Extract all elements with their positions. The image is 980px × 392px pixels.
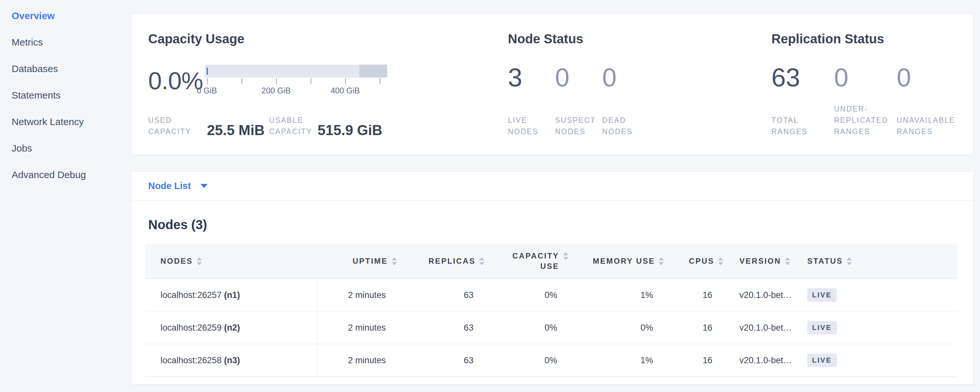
- cluster-summary-card: Capacity Usage 0.0%: [131, 14, 974, 155]
- node-id: (n1): [224, 290, 240, 300]
- capacity-used-percent: 0.0%: [148, 67, 205, 95]
- used-capacity-value: 25.5 MiB: [207, 123, 265, 137]
- sidebar-item-advanced-debug[interactable]: Advanced Debug: [12, 169, 131, 181]
- sort-icon: [718, 257, 723, 265]
- node-capacity-use: 0%: [496, 344, 580, 377]
- live-nodes-count: 3: [508, 65, 555, 91]
- total-ranges-label: TOTAL RANGES: [772, 115, 834, 137]
- column-label: VERSION: [740, 256, 781, 266]
- page: Overview Metrics Databases Statements Ne…: [0, 0, 980, 392]
- status-badge: LIVE: [807, 288, 837, 302]
- tick-label: 400 GiB: [331, 86, 360, 95]
- node-address-link[interactable]: localhost:26259 (n2): [161, 323, 240, 333]
- unavailable-ranges-label: UNAVAILABLE RANGES: [897, 115, 959, 137]
- node-replicas: 63: [409, 344, 497, 377]
- node-uptime: 2 minutes: [317, 344, 409, 377]
- column-header-uptime[interactable]: UPTIME: [317, 244, 409, 279]
- sort-icon: [785, 257, 790, 265]
- column-header-nodes[interactable]: NODES: [145, 244, 317, 279]
- sidebar-item-statements[interactable]: Statements: [12, 89, 131, 102]
- nodes-table: NODES UPTIME REPLICAS CAPACITY USE: [145, 244, 958, 377]
- node-status-section: Node Status 3 LIVE NODES 0 SUSPECT NODES…: [508, 31, 772, 137]
- column-label: MEMORY USE: [593, 256, 655, 266]
- node-uptime: 2 minutes: [317, 279, 409, 312]
- used-capacity-label: USED CAPACITY: [148, 115, 207, 137]
- sort-icon: [197, 257, 202, 265]
- sidebar-item-databases[interactable]: Databases: [12, 63, 131, 75]
- node-memory-use: 1%: [581, 279, 676, 312]
- node-address: localhost:26259: [161, 323, 221, 333]
- column-label: UPTIME: [353, 256, 388, 266]
- column-label: CPUS: [689, 256, 714, 266]
- node-uptime: 2 minutes: [317, 312, 409, 344]
- node-list-body: Nodes (3) NODES UPTIME: [131, 217, 973, 377]
- capacity-meter: 0 GiB 200 GiB 400 GiB: [205, 65, 387, 96]
- capacity-meter-ticks: [205, 78, 387, 84]
- node-list-dropdown-label: Node List: [148, 181, 191, 191]
- node-cpus: 16: [676, 279, 735, 312]
- node-address-link[interactable]: localhost:26258 (n3): [161, 355, 240, 365]
- usable-capacity-label: USABLE CAPACITY: [269, 115, 318, 137]
- node-address: localhost:26257: [161, 290, 221, 300]
- sidebar-item-overview[interactable]: Overview: [12, 10, 131, 22]
- node-memory-use: 1%: [581, 344, 676, 377]
- capacity-usage-title: Capacity Usage: [148, 31, 508, 46]
- replication-status-title: Replication Status: [772, 31, 960, 46]
- node-id: (n3): [224, 355, 240, 365]
- capacity-meter-tick-labels: 0 GiB 200 GiB 400 GiB: [205, 86, 387, 96]
- node-version: v20.1.0-bet…: [735, 344, 805, 377]
- unavailable-ranges-count: 0: [897, 65, 959, 91]
- nodes-section-title: Nodes (3): [148, 217, 958, 232]
- node-address: localhost:26258: [161, 355, 221, 365]
- sort-icon: [392, 257, 397, 265]
- node-row: localhost:26257 (n1) 2 minutes 63 0% 1% …: [145, 279, 958, 312]
- node-version: v20.1.0-bet…: [735, 279, 805, 312]
- under-replicated-ranges-count: 0: [834, 65, 897, 91]
- sidebar-item-jobs[interactable]: Jobs: [12, 142, 131, 155]
- node-row: localhost:26259 (n2) 2 minutes 63 0% 0% …: [145, 312, 958, 344]
- node-replicas: 63: [409, 312, 497, 344]
- live-nodes-label: LIVE NODES: [508, 115, 555, 137]
- replication-status-section: Replication Status 63 TOTAL RANGES 0 UND…: [772, 31, 960, 137]
- column-label: CAPACITY USE: [496, 251, 559, 271]
- dead-nodes-label: DEAD NODES: [602, 115, 649, 137]
- column-header-replicas[interactable]: REPLICAS: [409, 244, 497, 279]
- status-badge: LIVE: [807, 321, 837, 335]
- sort-icon: [563, 252, 568, 260]
- node-list-dropdown[interactable]: Node List: [148, 181, 208, 191]
- tick-label: 0 GiB: [197, 86, 217, 95]
- under-replicated-ranges-label: UNDER-REPLICATED RANGES: [834, 104, 897, 137]
- total-ranges-count: 63: [772, 65, 834, 91]
- capacity-meter-bar: [205, 65, 387, 78]
- column-header-capacity-use[interactable]: CAPACITY USE: [496, 244, 580, 279]
- node-address-link[interactable]: localhost:26257 (n1): [161, 290, 240, 300]
- capacity-meter-used-segment: [207, 67, 208, 75]
- sidebar: Overview Metrics Databases Statements Ne…: [0, 0, 131, 392]
- column-header-cpus[interactable]: CPUS: [676, 244, 735, 279]
- node-status-title: Node Status: [508, 31, 772, 46]
- sort-icon: [479, 257, 484, 265]
- node-cpus: 16: [676, 312, 735, 344]
- dead-nodes-count: 0: [602, 65, 649, 91]
- sort-icon: [846, 257, 852, 265]
- column-header-memory-use[interactable]: MEMORY USE: [581, 244, 676, 279]
- chevron-down-icon: [200, 184, 208, 188]
- node-version: v20.1.0-bet…: [735, 312, 805, 344]
- usable-capacity-value: 515.9 GiB: [318, 123, 383, 137]
- capacity-usage-section: Capacity Usage 0.0%: [148, 31, 508, 137]
- sidebar-item-network-latency[interactable]: Network Latency: [12, 116, 131, 128]
- node-capacity-use: 0%: [496, 312, 580, 344]
- status-badge: LIVE: [807, 354, 837, 367]
- column-header-version[interactable]: VERSION: [735, 244, 805, 279]
- sidebar-item-metrics[interactable]: Metrics: [12, 36, 131, 48]
- sort-icon: [659, 257, 664, 265]
- node-capacity-use: 0%: [496, 279, 580, 312]
- column-label: REPLICAS: [428, 256, 475, 266]
- suspect-nodes-label: SUSPECT NODES: [555, 115, 602, 137]
- column-label: STATUS: [807, 256, 843, 266]
- node-memory-use: 0%: [581, 312, 676, 344]
- capacity-meter-other-segment: [360, 65, 387, 78]
- column-header-status[interactable]: STATUS: [805, 244, 958, 279]
- node-list-header: Node List: [131, 172, 973, 201]
- suspect-nodes-count: 0: [555, 65, 602, 91]
